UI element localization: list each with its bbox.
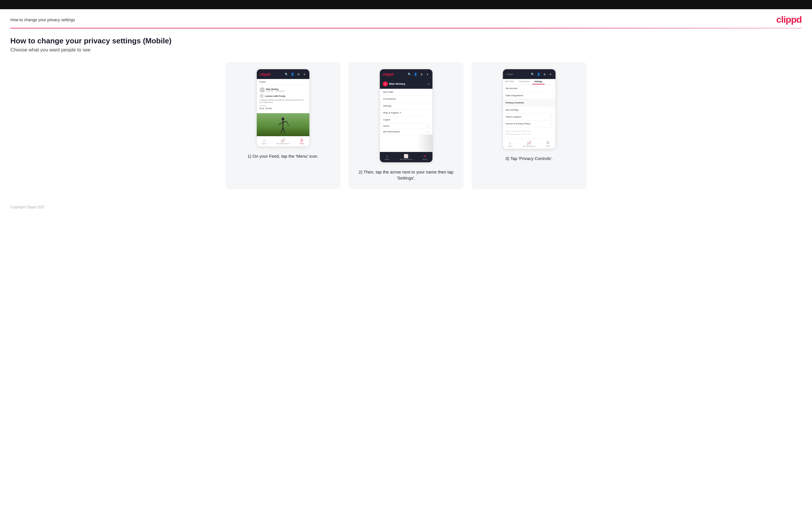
main-content: How to change your privacy settings (Mob… — [0, 37, 812, 201]
feed-lesson-row: 📋 Lesson with Fordy — [260, 94, 306, 98]
performance-icon-3: 📈 — [527, 141, 531, 145]
nav-performance: 📈 My Performance — [276, 138, 289, 145]
menu-user-chevron: ∧ — [427, 82, 429, 86]
svg-line-2 — [278, 122, 283, 125]
logo: clippd — [776, 14, 802, 25]
settings-item-integrations: Data Integrations › — [503, 92, 556, 99]
menu-item-connections: Connections — [380, 96, 433, 103]
copyright: Copyright Clippd 2022 — [10, 205, 45, 209]
step-3-caption: 3) Tap 'Privacy Controls'. — [506, 155, 553, 161]
phone-3-icons: 🔍 👤 ⊕ ▾ — [530, 72, 553, 76]
steps-row: clippd 🔍 👤 ⊕ ▾ Feed B Blair McHarg — [10, 62, 802, 189]
chevron-golfbag: › — [552, 108, 553, 111]
phone-3-topbar: ‹ Back 🔍 👤 ⊕ ▾ — [503, 69, 556, 79]
chevron-down-icon: ▾ — [303, 72, 306, 76]
phone-1-bottom-nav: ⌂ Home 📈 My Performance ☰ Menu — [257, 136, 309, 147]
performance-icon: 📈 — [281, 138, 285, 142]
golfer-image — [257, 113, 309, 136]
feed-label: Feed — [257, 79, 309, 85]
user-icon-3: 👤 — [537, 72, 541, 76]
svg-line-6 — [287, 121, 289, 126]
chevron-down-icon-2: ▾ — [425, 72, 429, 76]
phone-2-bottom-nav: ⌂ Home 📈 My Performance ✕ Menu — [380, 152, 433, 162]
user-icon-2: 👤 — [413, 72, 417, 76]
settings-icon-3: ⊕ — [543, 72, 547, 76]
version-info: Clippd Client Version: 2022.8.3-3 SQL Se… — [503, 127, 556, 138]
settings-icon: ⊕ — [297, 72, 301, 76]
section-chevron-perf: ∨ — [427, 130, 429, 133]
feed-item: B Blair McHarg Yesterday · Sunningdale 📋… — [257, 85, 309, 113]
menu-item-profile: My Profile — [380, 89, 433, 96]
phone-1-logo: clippd — [260, 72, 270, 76]
menu-section-performance: My Performance ∨ — [380, 129, 433, 135]
chevron-integrations: › — [552, 94, 553, 97]
step-1-caption: 1) On your Feed, tap the 'Menu' icon. — [248, 153, 318, 159]
phone-3-bottom-nav: ⌂ Home 📈 My Performance ☰ Menu — [503, 138, 556, 149]
menu-item-logout: Logout — [380, 116, 433, 123]
phone-2-logo: clippd — [383, 72, 394, 76]
tab-settings: Settings — [532, 79, 545, 84]
performance-icon-2: 📈 — [404, 154, 408, 158]
step-2-phone: clippd 🔍 👤 ⊕ ▾ B Blair McHarg — [379, 69, 433, 163]
step-3-card: ‹ Back 🔍 👤 ⊕ ▾ My Profile Connections Se… — [471, 62, 587, 189]
menu-avatar: B — [383, 81, 388, 87]
settings-item-service: Service & Privacy Policy ↗ — [503, 120, 556, 127]
tab-myprofile: My Profile — [503, 79, 516, 84]
menu-list: My Profile Connections Settings Help & S… — [380, 89, 433, 152]
home-icon: ⌂ — [263, 138, 265, 142]
nav-home: ⌂ Home — [262, 138, 266, 145]
phone-1-topbar: clippd 🔍 👤 ⊕ ▾ — [257, 69, 309, 79]
menu-item-settings: Settings — [380, 103, 433, 109]
menu-item-help: Help & Support ↗ — [380, 109, 433, 116]
chevron-privacy: › — [552, 101, 553, 104]
close-icon: ✕ — [423, 154, 426, 158]
ext-icon-help: ↗ — [551, 115, 553, 118]
feed-user-row: B Blair McHarg Yesterday · Sunningdale — [260, 87, 306, 93]
nav-close: ✕ Menu — [423, 154, 427, 160]
header: How to change your privacy settings clip… — [0, 9, 812, 28]
home-icon-3: ⌂ — [509, 141, 511, 145]
step-2-card: clippd 🔍 👤 ⊕ ▾ B Blair McHarg — [349, 62, 463, 189]
settings-tabs: My Profile Connections Settings — [503, 79, 556, 85]
search-icon: 🔍 — [285, 72, 289, 76]
footer: Copyright Clippd 2022 — [0, 201, 812, 214]
settings-item-account: My Account › — [503, 85, 556, 92]
settings-item-help: Help & Support ↗ — [503, 113, 556, 120]
settings-item-privacy: Privacy Controls › — [503, 99, 556, 106]
chevron-account: › — [552, 87, 553, 90]
settings-icon-2: ⊕ — [419, 72, 423, 76]
user-icon: 👤 — [291, 72, 295, 76]
phone-1-icons: 🔍 👤 ⊕ ▾ — [285, 72, 306, 76]
step-2-caption: 2) Then, tap the arrow next to your name… — [354, 169, 458, 181]
back-arrow-icon: ‹ — [506, 73, 507, 76]
feed-avatar: B — [260, 87, 265, 93]
svg-line-5 — [283, 127, 285, 133]
feed-user-info: Blair McHarg Yesterday · Sunningdale — [266, 88, 285, 92]
home-icon-2: ⌂ — [386, 154, 389, 158]
svg-point-0 — [282, 117, 285, 120]
nav-menu: ☰ Menu — [300, 139, 304, 145]
settings-list: My Account › Data Integrations › Privacy… — [503, 85, 556, 127]
search-icon-2: 🔍 — [407, 72, 411, 76]
chevron-down-icon-3: ▾ — [549, 72, 553, 76]
lesson-icon: 📋 — [260, 94, 264, 98]
step-1-card: clippd 🔍 👤 ⊕ ▾ Feed B Blair McHarg — [225, 62, 341, 189]
tab-connections: Connections — [516, 79, 532, 84]
menu-icon: ☰ — [300, 139, 303, 142]
page-subheading: Choose what you want people to see — [10, 47, 802, 53]
section-chevron-home: ∨ — [427, 125, 429, 127]
header-divider — [10, 28, 802, 29]
svg-line-4 — [281, 127, 283, 133]
phone-2-topbar: clippd 🔍 👤 ⊕ ▾ — [380, 69, 433, 79]
ext-icon-service: ↗ — [551, 122, 553, 125]
nav-menu-3: ☰ Menu — [546, 141, 550, 147]
nav-home-3: ⌂ Home — [508, 141, 512, 147]
step-3-phone: ‹ Back 🔍 👤 ⊕ ▾ My Profile Connections Se… — [503, 69, 556, 149]
nav-performance-3: 📈 My Performance — [523, 141, 536, 147]
menu-icon-3: ☰ — [546, 141, 550, 145]
step-1-phone: clippd 🔍 👤 ⊕ ▾ Feed B Blair McHarg — [256, 69, 310, 147]
golfer-silhouette — [276, 116, 290, 136]
nav-home-2: ⌂ Home — [385, 154, 389, 160]
menu-overlay: B Blair McHarg ∧ My Profile Connections — [380, 79, 433, 152]
phone-2-icons: 🔍 👤 ⊕ ▾ — [407, 72, 429, 76]
